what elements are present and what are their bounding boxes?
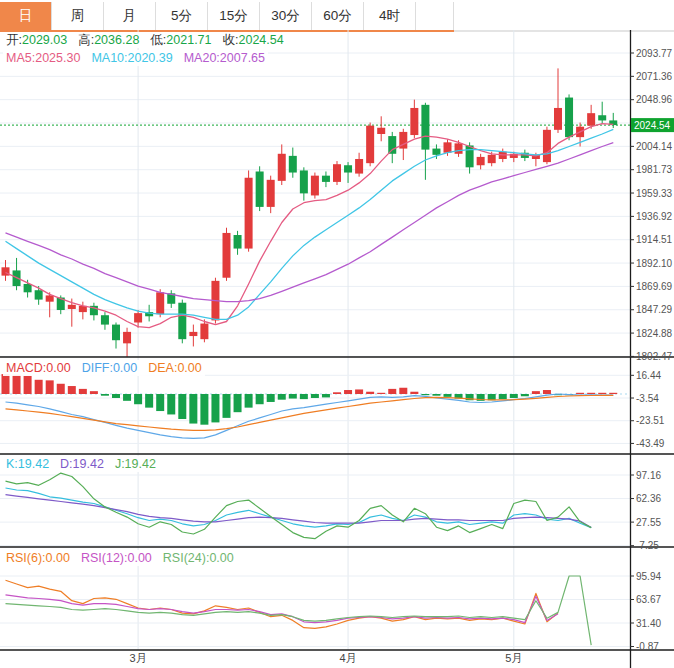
macd-bar (35, 380, 43, 394)
axis-label: 1892.10 (636, 258, 673, 269)
candle-body (344, 165, 352, 172)
candle-body (432, 149, 440, 155)
macd-bar (399, 388, 407, 394)
tab-timeframe-0[interactable]: 日 (0, 2, 52, 30)
candle-body (421, 105, 429, 150)
macd-bar (444, 394, 452, 397)
macd-bar (421, 394, 429, 395)
axis-label: 2093.77 (636, 48, 673, 59)
macd-bar (211, 394, 219, 422)
macd-bar (112, 394, 120, 398)
high-value: 2036.28 (94, 33, 139, 47)
candle-body (355, 159, 363, 174)
axis-label: 31.40 (636, 618, 661, 629)
axis-label: 97.16 (636, 470, 661, 481)
macd-bar (57, 384, 65, 394)
tab-timeframe-4[interactable]: 15分 (208, 2, 260, 30)
j-label: J: (115, 457, 125, 471)
axis-label: 1914.51 (636, 234, 673, 245)
candle-body (598, 115, 606, 120)
macd-bar (410, 392, 418, 394)
candle-body (543, 130, 551, 162)
candle-body (123, 332, 131, 343)
ma5-value: 2025.30 (35, 51, 80, 65)
current-price-badge: 2024.54 (631, 118, 674, 132)
macd-bar (543, 390, 551, 394)
rsi24-value: 0.00 (209, 551, 233, 565)
macd-bar (432, 394, 440, 396)
macd-bar (145, 394, 153, 408)
candle-body (322, 176, 330, 182)
macd-bar (90, 391, 98, 394)
tabbar-filler (454, 2, 674, 32)
macd-bar (355, 389, 363, 394)
macd-bar (532, 391, 540, 394)
axis-label: 1959.33 (636, 188, 673, 199)
rsi12-value: 0.00 (127, 551, 151, 565)
candle-body (311, 176, 319, 196)
axis-label: -43.49 (636, 438, 665, 449)
low-label: 低: (150, 33, 166, 47)
candle-body (488, 155, 496, 163)
month-axis: 3月4月5月 (130, 652, 523, 664)
candlesticks (2, 68, 618, 356)
macd-bar (322, 394, 330, 397)
macd-bar (156, 394, 164, 411)
candle-body (46, 295, 54, 301)
candle-body (289, 156, 297, 173)
macd-bar (123, 394, 131, 401)
macd-bar (13, 375, 21, 394)
axis-label: 16.44 (636, 370, 661, 381)
axis-label: 62.36 (636, 493, 661, 504)
ma20-label: MA20: (184, 51, 220, 65)
macd-bar (256, 394, 264, 404)
axis-label: 2004.14 (636, 141, 673, 152)
rsi6-label: RSI(6): (6, 551, 46, 565)
tab-timeframe-6[interactable]: 60分 (312, 2, 364, 30)
month-label: 3月 (130, 652, 147, 664)
tab-timeframe-7[interactable]: 4时 (364, 2, 416, 30)
macd-bar (46, 380, 54, 394)
candle-body (134, 313, 142, 322)
rsi-pane (6, 576, 592, 645)
candle-body (256, 171, 264, 206)
rsi-header: RSI(6):0.00RSI(12):0.00RSI(24):0.00 (3, 550, 237, 566)
axis-label: 95.94 (636, 571, 661, 582)
macd-bar (245, 394, 253, 408)
candle-body (300, 170, 308, 193)
tab-timeframe-3[interactable]: 5分 (156, 2, 208, 30)
rsi12-label: RSI(12): (81, 551, 128, 565)
tab-timeframe-5[interactable]: 30分 (260, 2, 312, 30)
macd-bar (609, 393, 617, 394)
axis-label: -3.54 (636, 393, 659, 404)
candle-body (234, 235, 242, 249)
macd-bar (333, 392, 341, 394)
open-label: 开: (6, 33, 22, 47)
macd-bar (587, 393, 595, 394)
axis-label: 1869.69 (636, 281, 673, 292)
macd-bar (377, 393, 385, 394)
macd-pane (2, 374, 618, 438)
month-label: 5月 (505, 652, 522, 664)
candle-body (455, 143, 463, 153)
rsi6-value: 0.00 (46, 551, 70, 565)
tab-timeframe-2[interactable]: 月 (104, 2, 156, 30)
candle-body (178, 303, 186, 339)
macd-bar (576, 393, 584, 394)
candle-body (101, 315, 109, 324)
k-value: 19.42 (18, 457, 49, 471)
macd-bar (101, 394, 109, 396)
tab-timeframe-1[interactable]: 周 (52, 2, 104, 30)
quote-row: 开:2029.03高:2036.28低:2021.71收:2024.54 (3, 32, 287, 48)
candle-body (388, 136, 396, 154)
macd-bar (344, 390, 352, 394)
close-value: 2024.54 (239, 33, 284, 47)
close-label: 收: (223, 33, 239, 47)
candle-body (366, 126, 374, 163)
diff-value: 0.00 (113, 361, 137, 375)
k-label: K: (6, 457, 18, 471)
chart-canvas[interactable]: 2093.772071.362048.962004.141981.731959.… (0, 30, 674, 668)
macd-bar (499, 394, 507, 399)
timeframe-tabbar: 日周月5分15分30分60分4时 (0, 0, 674, 30)
j-value: 19.42 (125, 457, 156, 471)
